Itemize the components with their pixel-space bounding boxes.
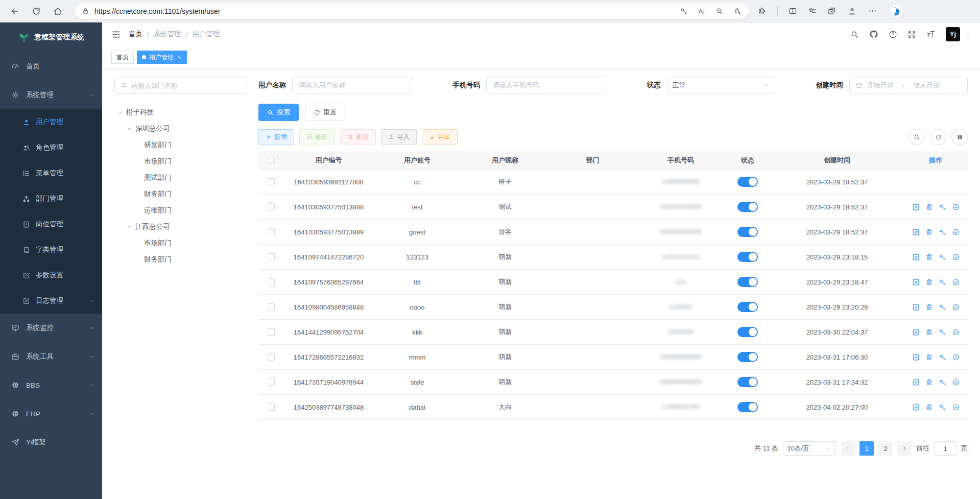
sidebar-item-menu-management[interactable]: 菜单管理 bbox=[0, 160, 102, 186]
row-edit-icon[interactable] bbox=[912, 303, 920, 311]
row-checkbox[interactable] bbox=[268, 378, 275, 386]
browser-home-button[interactable] bbox=[50, 4, 65, 19]
sidebar-item-dept-management[interactable]: 部门管理 bbox=[0, 186, 102, 211]
url-text[interactable]: https://ccnetcore.com:1101/system/user bbox=[94, 7, 680, 15]
tab-user-management[interactable]: 用户管理 bbox=[137, 51, 187, 64]
sidebar-item-user-management[interactable]: 用户管理 bbox=[0, 109, 102, 135]
row-assign-role-icon[interactable] bbox=[952, 228, 960, 236]
tree-node[interactable]: 深圳总公司 bbox=[114, 121, 247, 137]
sidebar-item-dict-management[interactable]: 字典管理 bbox=[0, 237, 102, 263]
select-all-checkbox[interactable] bbox=[268, 157, 275, 164]
browser-profile-icon[interactable] bbox=[847, 6, 857, 16]
status-toggle[interactable] bbox=[737, 352, 758, 362]
row-reset-password-icon[interactable] bbox=[939, 403, 946, 411]
status-toggle[interactable] bbox=[737, 277, 758, 287]
row-assign-role-icon[interactable] bbox=[952, 403, 960, 411]
phone-input[interactable] bbox=[486, 77, 606, 93]
sidebar-item-system-management[interactable]: 系统管理 bbox=[0, 81, 102, 109]
row-reset-password-icon[interactable] bbox=[939, 253, 946, 261]
row-edit-icon[interactable] bbox=[912, 253, 920, 261]
status-toggle[interactable] bbox=[737, 402, 758, 412]
tree-node[interactable]: 市场部门 bbox=[114, 235, 247, 251]
row-edit-icon[interactable] bbox=[912, 203, 920, 211]
row-assign-role-icon[interactable] bbox=[952, 378, 960, 386]
sidebar-item-erp[interactable]: ERP bbox=[0, 399, 102, 428]
help-icon[interactable] bbox=[889, 30, 897, 39]
status-toggle[interactable] bbox=[737, 202, 758, 212]
sidebar-item-home[interactable]: 首页 bbox=[0, 52, 102, 81]
address-bar[interactable]: https://ccnetcore.com:1101/system/user bbox=[75, 4, 749, 19]
browser-back-button[interactable] bbox=[7, 4, 22, 19]
breadcrumb-home[interactable]: 首页 bbox=[129, 30, 142, 39]
tree-caret-icon[interactable] bbox=[126, 126, 133, 132]
row-edit-icon[interactable] bbox=[912, 403, 920, 411]
row-checkbox[interactable] bbox=[268, 278, 275, 286]
tab-home[interactable]: 首页 bbox=[111, 51, 134, 64]
row-delete-icon[interactable] bbox=[925, 353, 933, 361]
fullscreen-icon[interactable] bbox=[907, 30, 916, 39]
sidebar-item-log-management[interactable]: 日志管理 bbox=[0, 288, 102, 314]
tree-node[interactable]: 测试部门 bbox=[114, 170, 247, 186]
split-screen-icon[interactable] bbox=[788, 7, 797, 15]
sidebar-item-system-tools[interactable]: 系统工具 bbox=[0, 342, 102, 371]
row-checkbox[interactable] bbox=[268, 178, 275, 185]
status-toggle[interactable] bbox=[737, 327, 758, 337]
row-reset-password-icon[interactable] bbox=[939, 328, 946, 336]
row-reset-password-icon[interactable] bbox=[939, 228, 946, 236]
favorites-bar-icon[interactable] bbox=[808, 7, 817, 15]
collections-icon[interactable] bbox=[827, 7, 836, 15]
extensions-icon[interactable] bbox=[758, 7, 767, 15]
toggle-search-icon[interactable] bbox=[909, 129, 925, 145]
avatar-caret-icon[interactable] bbox=[965, 35, 971, 41]
row-delete-icon[interactable] bbox=[925, 303, 933, 311]
row-reset-password-icon[interactable] bbox=[939, 303, 946, 311]
status-toggle[interactable] bbox=[737, 227, 758, 237]
next-page-button[interactable] bbox=[897, 441, 912, 456]
row-checkbox[interactable] bbox=[268, 353, 275, 361]
goto-page-input[interactable] bbox=[934, 441, 957, 456]
export-button[interactable]: 导出 bbox=[422, 129, 458, 145]
page-2-button[interactable]: 2 bbox=[878, 441, 893, 456]
row-edit-icon[interactable] bbox=[912, 328, 920, 336]
row-delete-icon[interactable] bbox=[925, 203, 933, 211]
tree-node[interactable]: 橙子科技 bbox=[114, 104, 247, 121]
edit-button[interactable]: 修改 bbox=[299, 129, 335, 145]
dept-search-box[interactable] bbox=[114, 77, 247, 94]
font-size-icon[interactable] bbox=[926, 30, 936, 39]
tree-caret-icon[interactable] bbox=[126, 224, 133, 230]
status-toggle[interactable] bbox=[737, 177, 758, 187]
row-edit-icon[interactable] bbox=[912, 228, 920, 236]
row-reset-password-icon[interactable] bbox=[939, 353, 946, 361]
tree-node[interactable]: 运维部门 bbox=[114, 202, 247, 219]
close-icon[interactable] bbox=[177, 55, 182, 60]
row-checkbox[interactable] bbox=[268, 228, 275, 235]
row-assign-role-icon[interactable] bbox=[952, 303, 960, 311]
toggle-columns-icon[interactable] bbox=[951, 129, 968, 145]
row-reset-password-icon[interactable] bbox=[939, 278, 946, 286]
search-button[interactable]: 搜索 bbox=[258, 104, 299, 121]
sidebar-item-role-management[interactable]: 角色管理 bbox=[0, 135, 102, 160]
row-delete-icon[interactable] bbox=[925, 278, 933, 286]
status-toggle[interactable] bbox=[737, 252, 758, 262]
row-edit-icon[interactable] bbox=[912, 353, 920, 361]
tree-node[interactable]: 江西总公司 bbox=[114, 219, 247, 235]
favorite-star-icon[interactable] bbox=[733, 7, 742, 15]
row-checkbox[interactable] bbox=[268, 403, 275, 411]
tree-node[interactable]: 市场部门 bbox=[114, 153, 247, 170]
date-range-picker[interactable]: 开始日期 - 结束日期 bbox=[849, 77, 968, 93]
import-button[interactable]: 导入 bbox=[381, 129, 417, 145]
row-delete-icon[interactable] bbox=[925, 403, 933, 411]
username-input[interactable] bbox=[292, 77, 412, 93]
read-aloud-icon[interactable] bbox=[698, 7, 706, 15]
sidebar-item-post-management[interactable]: 岗位管理 bbox=[0, 211, 102, 237]
row-checkbox[interactable] bbox=[268, 328, 275, 336]
sidebar-collapse-icon[interactable] bbox=[111, 30, 121, 39]
github-icon[interactable] bbox=[869, 30, 878, 39]
browser-menu-icon[interactable] bbox=[868, 7, 877, 15]
tree-node[interactable]: 财务部门 bbox=[114, 251, 247, 268]
header-search-icon[interactable] bbox=[850, 30, 859, 39]
row-assign-role-icon[interactable] bbox=[952, 328, 960, 336]
sidebar-item-system-monitor[interactable]: 系统监控 bbox=[0, 314, 102, 342]
password-key-icon[interactable] bbox=[680, 7, 688, 15]
page-size-select[interactable]: 10条/页 bbox=[783, 441, 836, 456]
